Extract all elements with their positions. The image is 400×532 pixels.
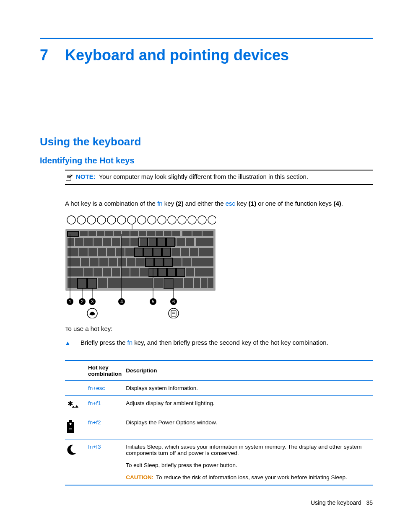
svg-rect-22: [80, 231, 88, 236]
svg-rect-105: [201, 278, 207, 288]
svg-point-6: [87, 216, 96, 224]
table-row: fn+f3 Initiates Sleep, which saves your …: [65, 439, 373, 485]
fn-key-ref: fn: [157, 200, 163, 207]
svg-rect-69: [90, 258, 99, 266]
svg-rect-33: [172, 231, 180, 236]
svg-rect-53: [79, 248, 88, 256]
hotkey-combo: fn+f1: [88, 400, 101, 406]
svg-rect-68: [81, 258, 89, 266]
svg-rect-150: [70, 423, 71, 425]
svg-rect-77: [164, 258, 172, 266]
svg-rect-104: [194, 278, 200, 288]
svg-rect-73: [127, 258, 135, 266]
svg-rect-95: [68, 278, 77, 288]
svg-text:5: 5: [152, 299, 154, 304]
note-icon: [65, 173, 73, 181]
svg-rect-23: [88, 231, 96, 236]
table-row: ✱ fn+f1 Adjusts display for ambient ligh…: [65, 395, 373, 415]
svg-rect-52: [68, 248, 78, 256]
svg-point-7: [97, 216, 106, 224]
svg-rect-60: [144, 248, 152, 256]
svg-rect-28: [130, 231, 138, 236]
svg-rect-98: [98, 278, 107, 288]
svg-rect-21: [68, 231, 78, 236]
triangle-bullet-icon: ▲: [65, 339, 70, 348]
keyboard-illustration: 1 2 3 4 5 6: [65, 214, 373, 318]
svg-rect-76: [155, 258, 163, 266]
svg-rect-44: [130, 238, 139, 246]
svg-rect-40: [94, 238, 102, 246]
svg-rect-85: [112, 268, 120, 276]
hotkey-combo: fn+f3: [88, 444, 101, 450]
svg-rect-25: [105, 231, 113, 236]
svg-rect-75: [145, 258, 154, 266]
svg-rect-50: [186, 238, 194, 246]
battery-icon: [65, 419, 76, 434]
note-label: NOTE:: [76, 173, 96, 180]
svg-text:4: 4: [120, 299, 123, 304]
svg-rect-102: [174, 278, 183, 288]
hotkey-description: Initiates Sleep, which saves your inform…: [126, 439, 373, 485]
svg-point-4: [67, 216, 75, 224]
svg-rect-74: [136, 258, 145, 266]
svg-rect-43: [121, 238, 130, 246]
ambient-light-icon: ✱: [65, 400, 79, 409]
svg-rect-147: [69, 420, 72, 422]
svg-rect-39: [84, 238, 93, 246]
note-block: NOTE:Your computer may look slightly dif…: [65, 170, 373, 185]
svg-rect-90: [158, 268, 166, 276]
svg-rect-65: [190, 248, 198, 256]
svg-point-17: [198, 216, 206, 224]
svg-point-14: [168, 216, 176, 224]
svg-rect-84: [103, 268, 111, 276]
svg-text:✱: ✱: [68, 400, 73, 407]
svg-rect-64: [181, 248, 189, 256]
svg-rect-93: [186, 268, 194, 276]
svg-rect-54: [88, 248, 97, 256]
svg-rect-63: [171, 248, 180, 256]
svg-rect-34: [182, 231, 192, 236]
chapter-title: 7 Keyboard and pointing devices: [40, 46, 373, 64]
hotkey-combo: fn+esc: [88, 385, 105, 391]
intro-paragraph: A hot key is a combination of the fn key…: [65, 199, 373, 208]
svg-rect-78: [173, 258, 182, 266]
svg-rect-27: [122, 231, 130, 236]
svg-rect-82: [84, 268, 93, 276]
svg-rect-56: [107, 248, 115, 256]
svg-rect-87: [130, 268, 139, 276]
svg-point-16: [188, 216, 196, 224]
svg-rect-99: [108, 278, 153, 288]
svg-rect-24: [97, 231, 104, 236]
svg-rect-151: [69, 429, 72, 429]
svg-point-10: [127, 216, 136, 224]
svg-rect-32: [164, 231, 171, 236]
svg-point-9: [117, 216, 126, 224]
subsection-title: Identifying the Hot keys: [40, 156, 373, 165]
svg-rect-38: [75, 238, 83, 246]
table-row: fn+f2 Displays the Power Options window.: [65, 415, 373, 439]
svg-point-12: [148, 216, 156, 224]
svg-rect-88: [140, 268, 148, 276]
table-header-combo: Hot key combination: [88, 361, 126, 381]
svg-rect-92: [177, 268, 185, 276]
svg-point-8: [107, 216, 116, 224]
top-rule: [40, 38, 373, 39]
svg-text:3: 3: [91, 299, 94, 304]
esc-key-ref: esc: [226, 200, 235, 207]
svg-rect-58: [125, 248, 134, 256]
svg-rect-106: [208, 278, 213, 288]
svg-rect-91: [167, 268, 176, 276]
svg-rect-97: [88, 278, 97, 288]
svg-rect-37: [68, 238, 74, 246]
svg-rect-29: [139, 231, 146, 236]
svg-rect-26: [114, 231, 121, 236]
svg-rect-42: [112, 238, 120, 246]
svg-rect-49: [177, 238, 185, 246]
svg-point-11: [138, 216, 146, 224]
svg-rect-41: [103, 238, 111, 246]
svg-rect-80: [192, 258, 213, 266]
chapter-number: 7: [40, 46, 48, 64]
svg-rect-59: [135, 248, 143, 256]
svg-rect-31: [156, 231, 163, 236]
note-text: Your computer may look slightly differen…: [99, 173, 308, 180]
